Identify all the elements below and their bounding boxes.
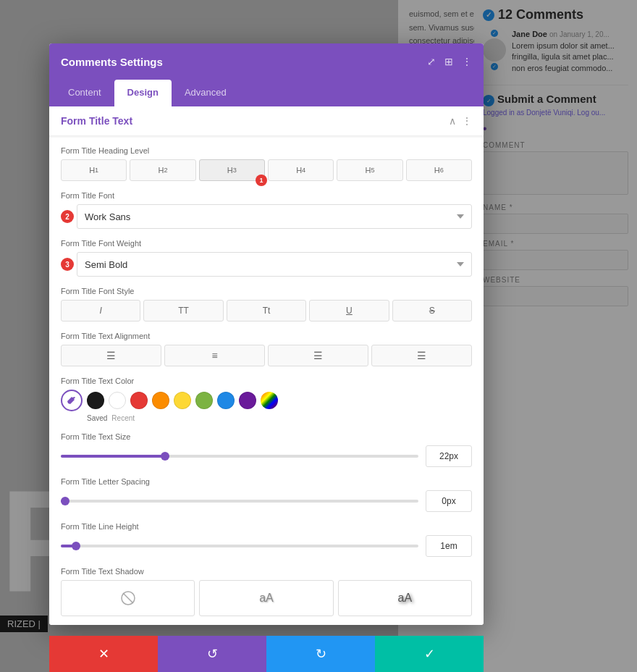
color-orange[interactable] [152,392,169,409]
save-button[interactable]: ✓ [375,636,484,672]
font-weight-badge: 3 [61,258,74,271]
letter-spacing-row: Form Title Letter Spacing [61,477,472,512]
heading-badge: 1 [256,175,267,186]
font-weight-label: Form Title Font Weight [61,239,472,248]
panel-title: Comments Settings [61,56,163,68]
reset-button[interactable]: ↺ [158,636,266,672]
align-buttons: ☰ ≡ ☰ ☰ [61,345,472,366]
line-height-row: Form Title Line Height [61,522,472,557]
font-badge: 2 [61,210,74,223]
section-title: Form Title Text [61,115,132,127]
text-size-row: Form Title Text Size [61,432,472,467]
panel-tabs: Content Design Advanced [49,80,484,106]
line-height-input[interactable] [426,535,472,557]
tab-design[interactable]: Design [114,80,172,106]
style-buttons: I TT Tt U S [61,300,472,322]
heading-h3-btn[interactable]: H3 1 [199,159,265,181]
font-weight-row: Form Title Font Weight 3 Semi Bold [61,239,472,277]
text-size-slider-row [61,445,472,467]
line-height-thumb[interactable] [72,542,80,550]
font-weight-select[interactable]: Semi Bold [77,252,472,277]
align-left-btn[interactable]: ☰ [61,345,161,366]
align-right-btn[interactable]: ☰ [268,345,368,366]
style-italic-btn[interactable]: I [61,300,140,322]
color-tab-labels: Saved Recent [87,414,472,422]
font-select-wrapper: 2 Work Sans [77,204,472,229]
color-purple[interactable] [239,392,256,409]
align-center-btn[interactable]: ≡ [164,345,265,366]
color-custom[interactable] [261,392,278,409]
more-icon[interactable]: ⋮ [462,56,472,67]
line-height-label: Form Title Line Height [61,522,472,531]
section-menu-btn[interactable]: ⋮ [462,115,472,127]
tab-advanced[interactable]: Advanced [172,80,240,106]
heading-h5-btn[interactable]: H5 [337,159,402,181]
shadow-options: aA aA [61,580,472,616]
shadow-dark-btn[interactable]: aA [338,580,472,616]
style-capitalize-btn[interactable]: Tt [227,300,306,322]
font-row: Form Title Font 2 Work Sans [61,191,472,229]
heading-h4-btn[interactable]: H4 [268,159,334,181]
text-color-label: Form Title Text Color [61,377,472,385]
letter-spacing-slider-row [61,490,472,512]
color-white[interactable] [109,392,126,409]
bottom-toolbar: ✕ ↺ ↻ ✓ [49,636,484,672]
cancel-button[interactable]: ✕ [49,636,158,672]
letter-spacing-label: Form Title Letter Spacing [61,477,472,486]
text-color-row: Form Title Text Color [61,377,472,422]
heading-h1-btn[interactable]: H1 [61,159,127,181]
color-swatches [61,390,472,411]
collapse-btn[interactable]: ∧ [449,115,456,127]
text-alignment-row: Form Title Text Alignment ☰ ≡ ☰ ☰ [61,332,472,366]
letter-spacing-track [61,500,418,503]
saved-label[interactable]: Saved [87,414,107,422]
recent-label[interactable]: Recent [111,414,135,422]
heading-buttons: H1 H2 H3 1 H4 H5 H6 [61,159,472,181]
shadow-light-icon: aA [259,592,274,605]
heading-level-row: Form Title Heading Level H1 H2 H3 1 H4 H… [61,146,472,181]
color-black[interactable] [87,392,104,409]
text-shadow-label: Form Title Text Shadow [61,567,472,576]
form-section: Form Title Heading Level H1 H2 H3 1 H4 H… [49,138,484,625]
font-label: Form Title Font [61,191,472,200]
align-justify-btn[interactable]: ☰ [371,345,472,366]
color-red[interactable] [130,392,148,409]
shadow-light-btn[interactable]: aA [199,580,333,616]
section-header: Form Title Text ∧ ⋮ [49,106,484,136]
style-underline-btn[interactable]: U [309,300,389,322]
letter-spacing-input[interactable] [426,490,472,512]
columns-icon[interactable]: ⊞ [444,56,453,67]
redo-button[interactable]: ↻ [266,636,375,672]
section-actions: ∧ ⋮ [449,115,472,127]
style-uppercase-btn[interactable]: TT [143,300,223,322]
expand-icon[interactable]: ⤢ [427,56,436,67]
text-alignment-label: Form Title Text Alignment [61,332,472,340]
style-strikethrough-btn[interactable]: S [392,300,472,322]
font-style-row: Form Title Font Style I TT Tt U S [61,287,472,322]
text-size-fill [61,455,168,458]
eyedropper-icon [67,396,76,405]
color-yellow[interactable] [174,392,191,409]
letter-spacing-thumb[interactable] [61,497,69,505]
color-green[interactable] [195,392,213,409]
settings-panel: Comments Settings ⤢ ⊞ ⋮ Content Design A… [49,43,484,625]
font-select[interactable]: Work Sans [77,204,472,229]
no-shadow-icon [121,591,135,605]
color-blue[interactable] [217,392,235,409]
panel-body: Form Title Text ∧ ⋮ Form Title Heading L… [49,106,484,625]
shadow-none-btn[interactable] [61,580,195,616]
font-style-label: Form Title Font Style [61,287,472,295]
heading-h6-btn[interactable]: H6 [406,159,472,181]
shadow-dark-icon: aA [398,592,413,605]
text-shadow-row: Form Title Text Shadow aA aA [61,567,472,616]
panel-header: Comments Settings ⤢ ⊞ ⋮ [49,43,484,80]
tab-content[interactable]: Content [55,80,114,106]
text-size-thumb[interactable] [161,452,169,461]
font-weight-select-wrapper: 3 Semi Bold [77,252,472,277]
heading-level-label: Form Title Heading Level [61,146,472,155]
text-size-input[interactable] [426,445,472,467]
heading-h2-btn[interactable]: H2 [130,159,195,181]
text-size-label: Form Title Text Size [61,432,472,441]
color-picker-btn[interactable] [61,390,83,411]
header-icons: ⤢ ⊞ ⋮ [427,56,472,67]
